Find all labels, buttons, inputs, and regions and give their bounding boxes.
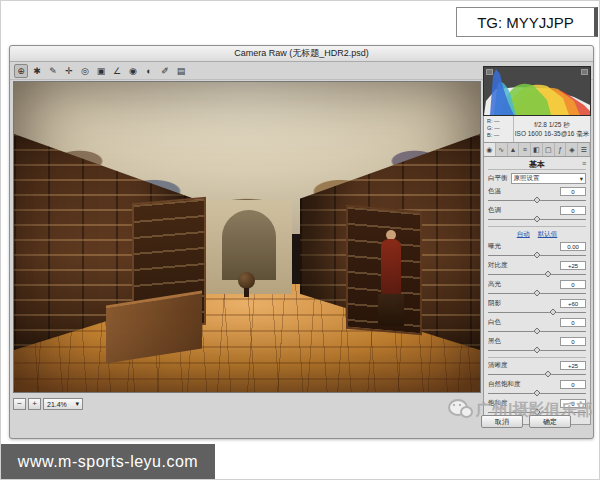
adjustment-brush-tool-icon[interactable]: ✐ [158,64,172,78]
histogram[interactable] [483,66,591,116]
shadows-label: 阴影 [488,299,501,308]
statue [378,230,404,326]
wechat-icon [448,399,474,421]
graduated-filter-tool-icon[interactable]: ▤ [174,64,188,78]
vibrance-slider[interactable] [488,390,586,397]
histogram-curves [484,67,590,115]
hand-tool-icon[interactable]: ✱ [30,64,44,78]
dialog-title: Camera Raw (无标题_HDR2.psd) [234,47,369,60]
tab-basic[interactable]: ◉ [484,143,496,156]
exposure-slider-thumb[interactable] [533,251,540,258]
tab-detail[interactable]: ▲ [508,143,520,156]
vibrance-slider-thumb[interactable] [533,389,540,396]
blacks-value-input[interactable]: 0 [560,337,586,346]
slider-row-whites: 白色0 [488,318,586,335]
tab-camera-calibration[interactable]: ◈ [566,143,578,156]
globe [238,272,255,289]
spot-removal-tool-icon[interactable]: ◉ [126,64,140,78]
contrast-label: 对比度 [488,261,508,270]
contrast-value-input[interactable]: +25 [560,261,586,270]
auto-link[interactable]: 自动 [517,230,530,239]
zoom-level-select[interactable]: 21.4% ▾ [43,398,83,410]
highlights-slider-thumb[interactable] [533,289,540,296]
white-balance-tool-icon[interactable]: ✎ [46,64,60,78]
slider-row-blacks: 黑色0 [488,337,586,354]
exposure-slider[interactable] [488,252,586,259]
tab-split-toning[interactable]: ◧ [531,143,543,156]
tab-effects[interactable]: ƒ [555,143,567,156]
panel-tabs: ◉∿▲≡◧▢ƒ◈☰ [483,143,591,157]
camera-raw-dialog: Camera Raw (无标题_HDR2.psd) ⊕✱✎✛◎▣∠◉◐✐▤⇲ −… [9,45,594,439]
shadows-slider[interactable] [488,309,586,316]
dialog-titlebar[interactable]: Camera Raw (无标题_HDR2.psd) [10,46,593,62]
shadows-slider-thumb[interactable] [549,308,556,315]
clarity-slider-thumb[interactable] [544,370,551,377]
tint-value-input[interactable]: 0 [560,206,586,215]
temperature-slider[interactable] [488,197,586,204]
contrast-slider-thumb[interactable] [544,270,551,277]
whites-label: 白色 [488,318,501,327]
slider-row-clarity: 清晰度+25 [488,361,586,378]
tab-lens-corrections[interactable]: ▢ [543,143,555,156]
basic-panel: 基本 ≡ 白平衡 原照设置 ▾ 色温0色调0 自动 默认值 曝光0.00对比度+… [483,157,591,425]
zoom-controls: − + 21.4% ▾ [13,396,83,412]
slider-row-highlights: 高光0 [488,280,586,297]
white-balance-select[interactable]: 原照设置 ▾ [511,173,587,184]
slider-row-contrast: 对比度+25 [488,261,586,278]
dialog-buttons: 取消 确定 [481,415,571,428]
url-watermark: www.m-sports-leyu.com [1,444,215,480]
basic-panel-title: 基本 [529,159,545,170]
zoom-in-button[interactable]: + [28,398,41,410]
highlights-label: 高光 [488,280,501,289]
adjustments-panel: R: —G: —B: — f/2.8 1/25 秒 ISO 1600 16-35… [483,66,591,436]
targeted-adjustment-tool-icon[interactable]: ◎ [78,64,92,78]
blacks-slider-thumb[interactable] [533,346,540,353]
exposure-value-input[interactable]: 0.00 [560,242,586,251]
straighten-tool-icon[interactable]: ∠ [110,64,124,78]
tab-tone-curve[interactable]: ∿ [496,143,508,156]
slider-row-tint: 色调0 [488,206,586,223]
zoom-tool-icon[interactable]: ⊕ [14,64,28,78]
highlight-clipping-icon[interactable] [581,69,588,75]
slider-row-temperature: 色温0 [488,187,586,204]
zoom-out-button[interactable]: − [13,398,26,410]
tint-label: 色调 [488,206,501,215]
vibrance-label: 自然饱和度 [488,380,521,389]
clarity-value-input[interactable]: +25 [560,361,586,370]
highlights-slider[interactable] [488,290,586,297]
temperature-value-input[interactable]: 0 [560,187,586,196]
divider [488,357,586,358]
contrast-slider[interactable] [488,271,586,278]
shot-info: f/2.8 1/25 秒 ISO 1600 16-35@16 毫米 [514,116,590,142]
slider-row-shadows: 阴影+60 [488,299,586,316]
shadows-value-input[interactable]: +60 [560,299,586,308]
crop-tool-icon[interactable]: ▣ [94,64,108,78]
chevron-down-icon: ▾ [75,400,79,408]
tint-slider-thumb[interactable] [533,215,540,222]
tab-hsl[interactable]: ≡ [519,143,531,156]
zoom-level-value: 21.4% [47,401,67,408]
cancel-button[interactable]: 取消 [481,415,523,428]
blacks-slider[interactable] [488,347,586,354]
color-sampler-tool-icon[interactable]: ✛ [62,64,76,78]
slider-row-vibrance: 自然饱和度0 [488,380,586,397]
whites-value-input[interactable]: 0 [560,318,586,327]
clarity-slider[interactable] [488,371,586,378]
chevron-down-icon: ▾ [580,175,583,183]
highlights-value-input[interactable]: 0 [560,280,586,289]
tint-slider[interactable] [488,216,586,223]
white-balance-label: 白平衡 [488,174,508,183]
temperature-slider-thumb[interactable] [533,196,540,203]
shadow-clipping-icon[interactable] [486,69,493,75]
image-preview[interactable] [13,81,481,393]
ok-button[interactable]: 确定 [529,415,571,428]
slider-row-exposure: 曝光0.00 [488,242,586,259]
whites-slider-thumb[interactable] [533,327,540,334]
vibrance-value-input[interactable]: 0 [560,380,586,389]
temperature-label: 色温 [488,187,501,196]
default-link[interactable]: 默认值 [538,230,558,239]
red-eye-tool-icon[interactable]: ◐ [142,64,156,78]
whites-slider[interactable] [488,328,586,335]
tab-presets[interactable]: ☰ [578,143,590,156]
panel-menu-icon[interactable]: ≡ [582,160,586,167]
